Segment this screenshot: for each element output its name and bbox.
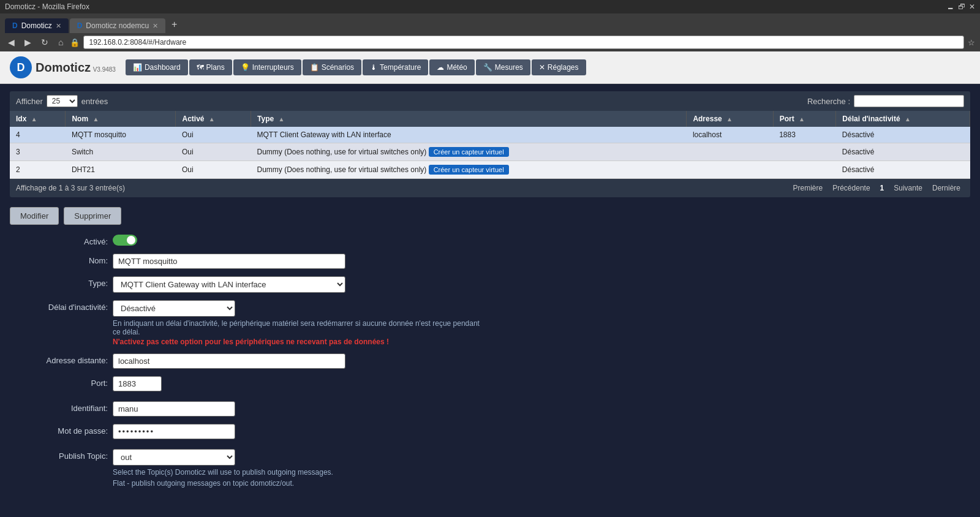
- nav-temperature-label: Température: [380, 63, 421, 72]
- col-port[interactable]: Port ▲: [773, 111, 836, 127]
- tab-close-icon[interactable]: ✕: [56, 22, 61, 30]
- nav-mesures-label: Mesures: [495, 63, 523, 72]
- search-input[interactable]: [854, 95, 964, 107]
- browser-title: Domoticz - Mozilla Firefox: [5, 2, 89, 11]
- toggle-track[interactable]: [113, 235, 137, 246]
- nom-input[interactable]: [113, 254, 345, 269]
- form-row-nom: Nom:: [10, 254, 970, 269]
- nav-plans[interactable]: 🗺 Plans: [189, 59, 232, 75]
- browser-titlebar: Domoticz - Mozilla Firefox 🗕 🗗 ✕: [0, 0, 980, 13]
- back-button[interactable]: ◀: [5, 36, 18, 48]
- col-active[interactable]: Activé ▲: [176, 111, 251, 127]
- tab-nodemcu-label: Domoticz nodemcu: [86, 21, 149, 30]
- port-label: Port:: [10, 376, 108, 388]
- identifiant-input[interactable]: [113, 401, 235, 417]
- cell-nom: DHT21: [66, 161, 176, 179]
- cell-type: MQTT Client Gateway with LAN interface: [251, 127, 687, 143]
- nav-temperature[interactable]: 🌡 Température: [363, 59, 428, 75]
- nav-meteo-label: Météo: [447, 63, 467, 72]
- page-first[interactable]: Première: [790, 183, 827, 194]
- port-input[interactable]: [113, 376, 162, 391]
- minimize-icon[interactable]: 🗕: [947, 2, 954, 11]
- scenarios-icon: 📋: [310, 63, 319, 72]
- form-row-type: Type: MQTT Client Gateway with LAN inter…: [10, 276, 970, 293]
- cell-port: [773, 143, 836, 161]
- page-next[interactable]: Suivante: [890, 183, 926, 194]
- delai-select[interactable]: Désactivé: [113, 300, 235, 317]
- url-bar[interactable]: [83, 36, 964, 49]
- logo-icon: D: [10, 56, 32, 78]
- new-tab-button[interactable]: +: [167, 16, 182, 33]
- cell-idx: 2: [10, 161, 66, 179]
- col-idx[interactable]: Idx ▲: [10, 111, 66, 127]
- pagination-info: Affichage de 1 à 3 sur 3 entrée(s): [16, 184, 125, 192]
- tab-nodemcu[interactable]: D Domoticz nodemcu ✕: [70, 18, 165, 33]
- create-virtual-sensor-button-dht21[interactable]: Créer un capteur virtuel: [429, 165, 509, 175]
- app-header: D Domoticz V3.9483 📊 Dashboard 🗺 Plans 💡…: [0, 51, 980, 84]
- col-delai[interactable]: Délai d'inactivité ▲: [836, 111, 970, 127]
- nav-meteo[interactable]: ☁ Météo: [429, 59, 474, 75]
- col-nom[interactable]: Nom ▲: [66, 111, 176, 127]
- page-1[interactable]: 1: [876, 183, 888, 194]
- show-label: Afficher: [16, 97, 43, 106]
- nav-scenarios-label: Scénarios: [322, 63, 354, 72]
- publish-group: out Select the Topic(s) Domoticz will us…: [113, 449, 333, 488]
- create-virtual-sensor-button-switch[interactable]: Créer un capteur virtuel: [429, 147, 509, 157]
- nav-dashboard[interactable]: 📊 Dashboard: [126, 59, 188, 75]
- table-row[interactable]: 4 MQTT mosquitto Oui MQTT Client Gateway…: [10, 127, 970, 143]
- tab-domoticz[interactable]: D Domoticz ✕: [5, 18, 69, 33]
- type-label: Type:: [10, 276, 108, 288]
- active-toggle[interactable]: [113, 235, 137, 246]
- nav-scenarios[interactable]: 📋 Scénarios: [303, 59, 361, 75]
- form-row-delai: Délai d'inactivité: Désactivé En indiqua…: [10, 300, 970, 346]
- identifiant-label: Identifiant:: [10, 401, 108, 413]
- modifier-button[interactable]: Modifier: [10, 207, 59, 225]
- home-button[interactable]: ⌂: [55, 36, 66, 48]
- page-prev[interactable]: Précédente: [829, 183, 873, 194]
- table-controls: Afficher 25 50 100 entrées Recherche :: [10, 91, 970, 111]
- type-select[interactable]: MQTT Client Gateway with LAN interface: [113, 276, 345, 293]
- forward-button[interactable]: ▶: [21, 36, 34, 48]
- nav-interrupteurs[interactable]: 💡 Interrupteurs: [233, 59, 301, 75]
- cell-active: Oui: [176, 127, 251, 143]
- cell-nom: Switch: [66, 143, 176, 161]
- reload-button[interactable]: ↻: [38, 36, 51, 48]
- adresse-input[interactable]: [113, 353, 345, 369]
- nav-mesures[interactable]: 🔧 Mesures: [476, 59, 530, 75]
- form-row-port: Port:: [10, 376, 970, 391]
- mesures-icon: 🔧: [483, 63, 492, 72]
- nav-reglages[interactable]: ✕ Réglages: [532, 59, 586, 75]
- cell-delai: Désactivé: [836, 143, 970, 161]
- per-page-select[interactable]: 25 50 100: [47, 95, 78, 107]
- publish-select[interactable]: out: [113, 449, 235, 466]
- col-type[interactable]: Type ▲: [251, 111, 687, 127]
- bookmark-icon[interactable]: ☆: [968, 38, 975, 47]
- pagination-links: Première Précédente 1 Suivante Dernière: [790, 183, 965, 194]
- browser-toolbar: ◀ ▶ ↻ ⌂ 🔒 ☆: [0, 33, 980, 51]
- interrupteurs-icon: 💡: [241, 63, 250, 72]
- action-buttons: Modifier Supprimer: [10, 207, 970, 225]
- delai-group: Désactivé En indiquant un délai d'inacti…: [113, 300, 480, 346]
- nav-menu: 📊 Dashboard 🗺 Plans 💡 Interrupteurs 📋 Sc…: [126, 59, 586, 75]
- col-adresse[interactable]: Adresse ▲: [687, 111, 773, 127]
- publish-hint: Select the Topic(s) Domoticz will use to…: [113, 468, 333, 477]
- browser-tabs: D Domoticz ✕ D Domoticz nodemcu ✕ +: [0, 13, 980, 33]
- cell-idx: 3: [10, 143, 66, 161]
- close-icon[interactable]: ✕: [969, 2, 975, 11]
- supprimer-button[interactable]: Supprimer: [64, 207, 121, 225]
- table-row[interactable]: 2 DHT21 Oui Dummy (Does nothing, use for…: [10, 161, 970, 179]
- nav-dashboard-label: Dashboard: [145, 63, 181, 72]
- motdepasse-label: Mot de passe:: [10, 424, 108, 436]
- maximize-icon[interactable]: 🗗: [958, 2, 965, 11]
- cell-nom: MQTT mosquitto: [66, 127, 176, 143]
- tab-nodemcu-close-icon[interactable]: ✕: [153, 22, 158, 30]
- page-last[interactable]: Dernière: [929, 183, 964, 194]
- form-row-publish: Publish Topic: out Select the Topic(s) D…: [10, 449, 970, 488]
- form-row-motdepasse: Mot de passe:: [10, 424, 970, 439]
- table-row[interactable]: 3 Switch Oui Dummy (Does nothing, use fo…: [10, 143, 970, 161]
- form-row-active: Activé:: [10, 235, 970, 246]
- delai-warning: N'activez pas cette option pour les péri…: [113, 338, 480, 346]
- form-row-identifiant: Identifiant:: [10, 401, 970, 417]
- motdepasse-input[interactable]: [113, 424, 235, 439]
- cell-active: Oui: [176, 161, 251, 179]
